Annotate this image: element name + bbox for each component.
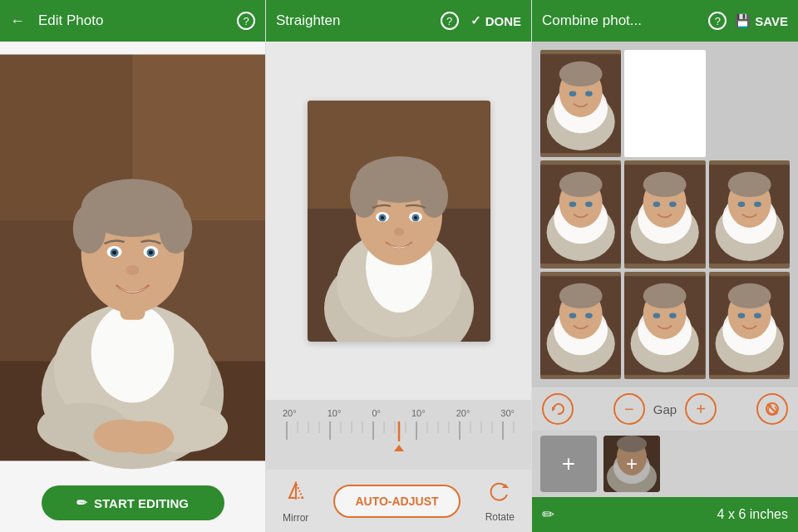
svg-point-101 (559, 283, 603, 308)
ruler-label-10l: 10° (328, 408, 342, 418)
grid-photo-8 (624, 272, 705, 379)
svg-point-73 (559, 62, 603, 86)
edit-top-bar: ← Edit Photo ? (0, 0, 265, 42)
gap-controls: − Gap + (532, 387, 798, 431)
ruler-label-10r: 10° (411, 408, 426, 418)
svg-point-74 (569, 91, 577, 96)
start-editing-button[interactable]: ✏ START EDITING (42, 485, 224, 520)
straighten-photo-area (266, 42, 531, 400)
svg-point-81 (569, 202, 577, 207)
back-icon[interactable]: ← (10, 12, 25, 30)
svg-point-82 (585, 202, 593, 207)
start-editing-bar: ✏ START EDITING (0, 474, 265, 532)
svg-point-39 (414, 216, 417, 219)
svg-point-17 (112, 251, 116, 255)
save-button[interactable]: 💾 SAVE (735, 13, 788, 28)
thumb-add-icon-1: + (562, 451, 575, 477)
mirror-icon (283, 478, 308, 509)
grid-photo-6 (709, 160, 790, 268)
done-check-icon: ✓ (470, 13, 481, 28)
svg-marker-65 (289, 483, 296, 498)
svg-point-102 (569, 313, 577, 318)
svg-point-40 (394, 228, 404, 236)
thumbnails-row: + + (532, 431, 798, 497)
save-floppy-icon: 💾 (735, 13, 751, 28)
svg-point-11 (73, 204, 106, 254)
edit-help-btn[interactable]: ? (237, 12, 255, 30)
gap-minus-button[interactable]: − (613, 393, 645, 425)
start-editing-label: START EDITING (94, 496, 189, 510)
thumb-photo-1[interactable]: + (603, 436, 660, 492)
toolbar-straighten: Mirror AUTO-ADJUST Rotate (266, 470, 531, 532)
svg-point-108 (643, 283, 687, 308)
svg-point-117 (754, 313, 761, 318)
svg-point-94 (727, 172, 771, 197)
svg-point-23 (116, 421, 175, 454)
svg-point-116 (737, 313, 745, 318)
size-edit-icon[interactable]: ✏ (542, 505, 554, 524)
straighten-photo-svg (308, 101, 490, 342)
svg-point-88 (653, 202, 661, 207)
ruler-label-20l: 20° (283, 408, 297, 418)
panel-edit: ← Edit Photo ? (0, 0, 266, 532)
svg-point-38 (381, 216, 384, 219)
ruler-svg (278, 421, 519, 451)
svg-point-115 (727, 283, 771, 308)
svg-point-87 (643, 172, 687, 197)
mirror-tool[interactable]: Mirror (283, 478, 308, 524)
grid-photo-7 (540, 272, 621, 379)
edit-title: Edit Photo (38, 12, 103, 29)
panel-straighten: Straighten ? ✓ DONE (266, 0, 532, 532)
combine-photos-area (532, 42, 798, 387)
svg-marker-64 (394, 445, 404, 451)
grid-photo-1 (540, 50, 621, 157)
gap-label: Gap (653, 402, 677, 416)
rotate-tool[interactable]: Rotate (485, 480, 515, 523)
grid-photo-2 (624, 50, 705, 157)
edit-photo-area (0, 42, 265, 474)
svg-point-75 (585, 91, 593, 96)
thumb-add-1[interactable]: + (540, 436, 597, 492)
rotate-icon (487, 480, 512, 508)
ruler-track[interactable] (278, 421, 519, 463)
straighten-help-btn[interactable]: ? (441, 12, 459, 30)
size-label: 4 x 6 inches (717, 507, 788, 522)
auto-adjust-button[interactable]: AUTO-ADJUST (333, 485, 460, 518)
pencil-icon: ✏ (76, 495, 87, 510)
svg-point-109 (653, 313, 661, 318)
panel-combine: Combine phot... ? 💾 SAVE (532, 0, 798, 532)
gap-minus-icon: − (624, 400, 634, 419)
straighten-title: Straighten (276, 12, 441, 29)
svg-point-95 (737, 202, 745, 207)
undo-button[interactable] (542, 393, 574, 425)
svg-point-80 (559, 172, 603, 197)
auto-adjust-label: AUTO-ADJUST (355, 495, 438, 508)
thumb-add-icon-2: + (626, 452, 638, 475)
photo-grid (540, 50, 790, 379)
svg-point-89 (669, 202, 677, 207)
ruler-labels: 20° 10° 0° 10° 20° 30° (278, 408, 519, 418)
app-container: ← Edit Photo ? (0, 0, 798, 532)
ruler-label-30r: 30° (500, 408, 515, 418)
straighten-top-bar: Straighten ? ✓ DONE (266, 0, 531, 42)
svg-point-12 (159, 204, 192, 254)
combine-help-btn[interactable]: ? (708, 12, 727, 30)
grid-photo-5 (624, 160, 705, 268)
rotate-label: Rotate (485, 511, 515, 523)
grid-photo-9 (709, 272, 790, 379)
svg-point-96 (754, 202, 761, 207)
gap-plus-icon: + (696, 400, 706, 419)
done-label: DONE (485, 14, 521, 28)
done-button[interactable]: ✓ DONE (470, 13, 521, 28)
svg-point-32 (350, 175, 378, 218)
mirror-label: Mirror (283, 512, 308, 524)
svg-marker-66 (296, 483, 303, 498)
ruler-label-20r: 20° (456, 408, 470, 418)
gap-plus-button[interactable]: + (685, 393, 717, 425)
svg-point-18 (149, 251, 153, 255)
combine-top-bar: Combine phot... ? 💾 SAVE (532, 0, 798, 42)
straighten-photo-frame (308, 101, 490, 342)
edit-photo-svg (0, 42, 265, 474)
save-label: SAVE (755, 14, 788, 28)
no-rotate-button[interactable] (756, 393, 788, 425)
